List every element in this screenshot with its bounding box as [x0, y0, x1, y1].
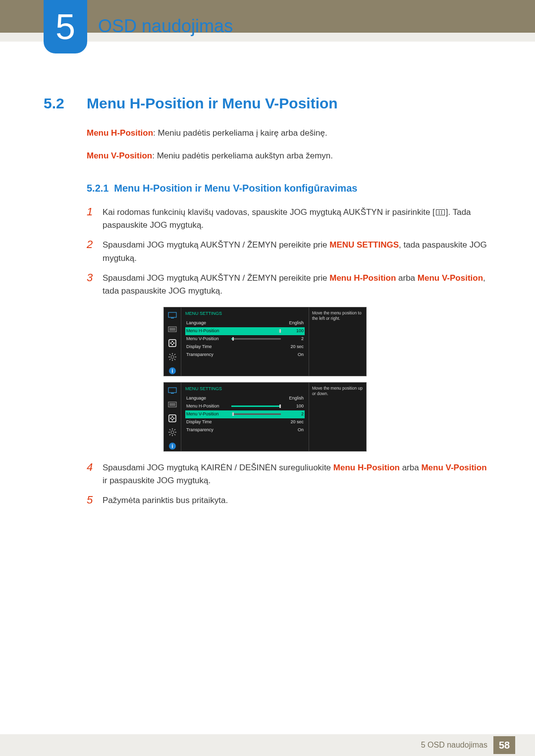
osd-row-vpos-selected: Menu V-Position 2 — [185, 410, 305, 418]
step-1: 1 Kai rodomas funkcinių klavišų vadovas,… — [87, 206, 490, 232]
osd-hpos-value: 100 — [284, 403, 304, 410]
osd-main: MENU SETTINGS Language English Menu H-Po… — [181, 383, 309, 451]
svg-marker-8 — [171, 344, 173, 346]
step-4-body: Spausdami JOG mygtuką KAIRĖN / DEŠINĖN s… — [103, 461, 490, 488]
svg-rect-23 — [171, 393, 174, 394]
step-3-r2: Menu V-Position — [418, 273, 483, 283]
svg-marker-30 — [171, 419, 173, 421]
intro-vpos-text: : Meniu padėtis perkeliama aukštyn arba … — [152, 151, 333, 160]
step-4-number: 4 — [87, 461, 103, 488]
osd-row-trans: Transparency On — [185, 426, 305, 434]
osd-row-dtime: Display Time 20 sec — [185, 418, 305, 426]
osd-sidebar: i — [164, 307, 181, 376]
svg-line-16 — [169, 354, 170, 355]
osd-main: MENU SETTINGS Language English Menu H-Po… — [181, 307, 309, 376]
footer-text: 5 OSD naudojimas — [421, 741, 487, 750]
osd-dtime-label: Display Time — [186, 419, 228, 426]
step-2-body: Spausdami JOG mygtuką AUKŠTYN / ŽEMYN pe… — [103, 239, 490, 265]
step-2: 2 Spausdami JOG mygtuką AUKŠTYN / ŽEMYN … — [87, 239, 490, 265]
info-icon: i — [167, 441, 178, 451]
osd-sidebar: i — [164, 383, 181, 451]
subsection-title: Menu H-Position ir Menu V-Position konfi… — [114, 183, 357, 194]
intro-vpos: Menu V-Position: Meniu padėtis perkeliam… — [87, 150, 490, 162]
move-icon — [167, 413, 178, 423]
osd-dtime-value: 20 sec — [284, 344, 304, 351]
svg-rect-1 — [171, 318, 174, 318]
svg-line-40 — [169, 434, 170, 435]
osd-trans-value: On — [284, 352, 304, 358]
chapter-title: OSD naudojimas — [98, 16, 233, 37]
intro-vpos-label: Menu V-Position — [87, 151, 152, 160]
step-3-r1: Menu H-Position — [329, 273, 396, 283]
svg-line-39 — [174, 434, 175, 435]
osd-vpos-value: 2 — [284, 411, 304, 418]
intro-hpos: Menu H-Position: Meniu padėtis perkeliam… — [87, 127, 490, 140]
svg-marker-31 — [170, 417, 171, 419]
osd-vpos-label: Menu V-Position — [186, 336, 228, 343]
svg-text:i: i — [172, 444, 173, 449]
step-4-text-a: Spausdami JOG mygtuką KAIRĖN / DEŠINĖN s… — [103, 463, 333, 472]
step-5-body: Pažymėta parinktis bus pritaikyta. — [103, 494, 490, 507]
osd-panel-hpos: i MENU SETTINGS Language English Menu H-… — [163, 307, 367, 376]
subsection-number: 5.2.1 — [87, 183, 108, 194]
osd-row-language: Language English — [185, 395, 305, 403]
subsection-heading: 5.2.1 Menu H-Position ir Menu V-Position… — [87, 181, 490, 196]
step-1-number: 1 — [87, 206, 103, 232]
svg-line-19 — [174, 354, 175, 355]
step-2-number: 2 — [87, 239, 103, 265]
svg-line-18 — [169, 359, 170, 360]
osd-dtime-label: Display Time — [186, 344, 228, 351]
step-1-body: Kai rodomas funkcinių klavišų vadovas, s… — [103, 206, 490, 232]
step-3-text-a: Spausdami JOG mygtuką AUKŠTYN / ŽEMYN pe… — [103, 273, 329, 283]
svg-marker-29 — [171, 416, 173, 417]
svg-point-33 — [171, 431, 174, 434]
osd-language-value: English — [284, 320, 304, 327]
body-content: Menu H-Position: Meniu padėtis perkeliam… — [87, 127, 490, 514]
footer: 5 OSD naudojimas 58 — [0, 734, 535, 756]
svg-line-38 — [169, 429, 170, 430]
svg-marker-32 — [173, 417, 175, 419]
step-5: 5 Pažymėta parinktis bus pritaikyta. — [87, 494, 490, 507]
step-3-number: 3 — [87, 272, 103, 298]
osd-row-vpos: Menu V-Position 2 — [185, 335, 305, 343]
footer-page-number: 58 — [493, 736, 515, 754]
osd-trans-label: Transparency — [186, 427, 228, 434]
monitor-icon — [167, 386, 178, 396]
osd-language-label: Language — [186, 320, 228, 327]
step-5-number: 5 — [87, 494, 103, 507]
osd-screenshots: i MENU SETTINGS Language English Menu H-… — [163, 307, 490, 452]
section-number: 5.2 — [44, 95, 64, 112]
osd-language-label: Language — [186, 395, 228, 402]
gear-icon — [167, 352, 178, 362]
osd-title: MENU SETTINGS — [185, 386, 305, 393]
info-icon: i — [167, 366, 178, 376]
chapter-number-badge: 5 — [44, 0, 87, 53]
step-3-body: Spausdami JOG mygtuką AUKŠTYN / ŽEMYN pe… — [103, 272, 490, 298]
monitor-icon — [167, 310, 178, 320]
svg-marker-10 — [173, 342, 175, 344]
osd-row-hpos: Menu H-Position 100 — [185, 403, 305, 410]
intro-hpos-text: : Meniu padėtis perkeliama į kairę arba … — [153, 128, 327, 138]
section-title: Menu H-Position ir Menu V-Position — [87, 95, 338, 112]
osd-hint-v: Move the menu position up or down. — [309, 383, 366, 451]
osd-row-language: Language English — [185, 319, 305, 327]
osd-hint-h: Move the menu position to the left or ri… — [309, 307, 366, 376]
step-4-r1: Menu H-Position — [333, 463, 400, 472]
step-4-mid: arba — [400, 463, 421, 472]
menu-icon — [436, 209, 445, 215]
osd-row-hpos-selected: Menu H-Position 100 — [185, 327, 305, 335]
move-icon — [167, 338, 178, 348]
step-4-text-b: ir paspauskite JOG mygtuką. — [103, 476, 211, 485]
intro-hpos-label: Menu H-Position — [87, 128, 153, 138]
osd-row-trans: Transparency On — [185, 351, 305, 359]
list-icon — [167, 324, 178, 334]
osd-hpos-value: 100 — [284, 328, 304, 335]
svg-rect-22 — [168, 388, 176, 393]
osd-row-dtime: Display Time 20 sec — [185, 343, 305, 351]
osd-hpos-label: Menu H-Position — [186, 328, 228, 335]
svg-marker-7 — [171, 341, 173, 342]
svg-line-17 — [174, 359, 175, 360]
osd-language-value: English — [284, 395, 304, 402]
step-2-bold: MENU SETTINGS — [329, 240, 399, 250]
osd-dtime-value: 20 sec — [284, 419, 304, 426]
